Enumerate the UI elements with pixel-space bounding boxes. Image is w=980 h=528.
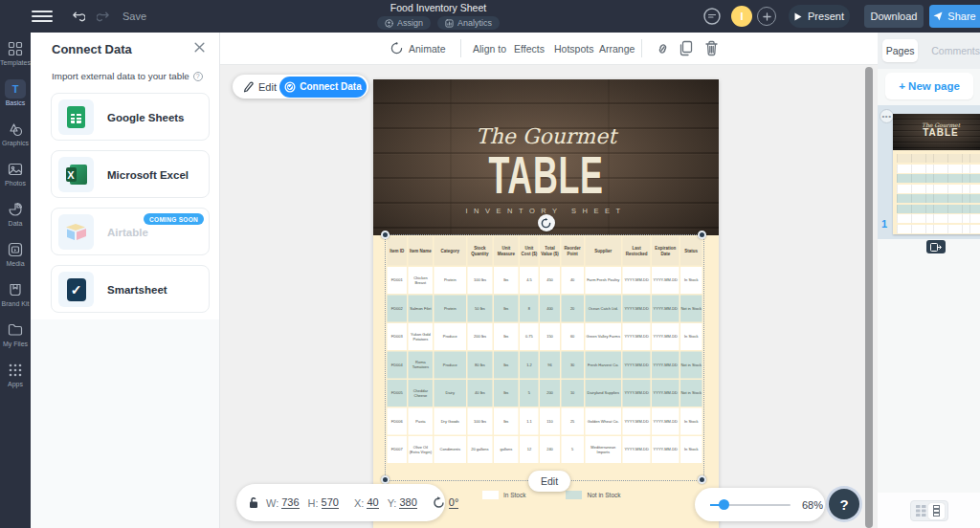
page-thumbnail[interactable]: The Gourmet TABLE xyxy=(893,114,980,234)
table-row: FD005Cheddar CheeseDairy40 lbslbs520010D… xyxy=(388,380,702,407)
tab-pages[interactable]: Pages xyxy=(882,39,918,62)
close-icon[interactable] xyxy=(193,41,206,54)
brand-kit-icon xyxy=(8,281,23,297)
apps-icon xyxy=(8,362,23,378)
design-header-image: The Gourmet TABLE INVENTORY SHEET xyxy=(373,79,719,235)
table-row: FD001Chicken BreastProtein100 lbslbs4.54… xyxy=(388,267,702,294)
connector-label: Smartsheet xyxy=(107,266,167,314)
media-icon xyxy=(8,241,23,257)
help-button[interactable]: ? xyxy=(829,489,859,519)
sidebar-item-graphics[interactable]: Graphics xyxy=(0,113,31,153)
sidebar-item-photos[interactable]: Photos xyxy=(0,153,31,193)
height-value[interactable]: 570 xyxy=(322,496,339,509)
view-toggle[interactable] xyxy=(910,500,948,521)
share-button[interactable]: Share xyxy=(929,5,980,28)
new-page-button[interactable]: + New page xyxy=(885,73,973,99)
sidebar-item-my-files[interactable]: My Files xyxy=(0,314,31,354)
redo-icon[interactable] xyxy=(97,11,110,23)
connector-card-google-sheets[interactable]: Google Sheets xyxy=(51,93,210,141)
connector-label: Google Sheets xyxy=(107,94,185,142)
document-title[interactable]: Food Inventory Sheet xyxy=(377,2,500,13)
sidebar-item-basics[interactable]: TBasics xyxy=(0,73,31,113)
comments-bubble-icon[interactable] xyxy=(702,7,722,26)
smartsheet-icon: ✓ xyxy=(67,278,86,301)
table-edit-button[interactable]: Edit xyxy=(528,471,570,492)
selection-handle-bl[interactable] xyxy=(381,475,390,484)
connector-card-microsoft-excel[interactable]: XMicrosoft Excel xyxy=(51,150,210,198)
download-button[interactable]: Download xyxy=(864,5,924,28)
connector-label: Airtable xyxy=(107,209,148,256)
list-view-icon[interactable] xyxy=(928,503,945,519)
rotation-value[interactable]: 0° xyxy=(449,496,459,509)
width-value[interactable]: 736 xyxy=(281,496,299,509)
avatar[interactable]: I xyxy=(731,6,752,27)
selection-handle-tl[interactable] xyxy=(381,231,390,239)
info-icon[interactable]: ? xyxy=(193,72,203,81)
sidebar-item-data[interactable]: Data xyxy=(0,193,31,233)
table-col-header: Stock Quantity xyxy=(467,237,492,266)
insert-page-button[interactable] xyxy=(926,240,946,253)
table-row: FD004Roma TomatoesProduce80 lbslbs1.2963… xyxy=(388,352,702,379)
selection-handle-br[interactable] xyxy=(698,475,706,484)
rotate-handle[interactable] xyxy=(538,214,555,231)
x-value[interactable]: 40 xyxy=(367,496,378,509)
align-to-button[interactable]: Align to xyxy=(473,33,506,64)
edit-tab[interactable]: Edit xyxy=(243,81,277,93)
table-row: FD002Salmon FiletProtein50 lbslbs840020O… xyxy=(388,296,702,322)
page-thumbnail-zone: ••• The Gourmet TABLE 1 xyxy=(878,105,980,239)
save-button[interactable]: Save xyxy=(122,11,146,22)
table-row: FD006PastaDry Goods100 lbslbs1.111025Gol… xyxy=(388,408,702,435)
panel-subtitle: Import external data to your table xyxy=(52,71,189,81)
link-icon[interactable] xyxy=(655,41,671,56)
y-value[interactable]: 380 xyxy=(399,496,416,509)
page-number: 1 xyxy=(881,218,887,230)
vertical-scrollbar[interactable] xyxy=(865,67,873,528)
left-sidebar: TemplatesTBasicsGraphicsPhotosDataMediaB… xyxy=(0,33,31,528)
legend-swatch-not-in-stock xyxy=(566,491,582,499)
zoom-slider[interactable] xyxy=(710,504,791,506)
zoom-value: 68% xyxy=(802,499,823,511)
sidebar-item-brand-kit[interactable]: Brand Kit xyxy=(0,274,31,314)
connect-data-panel: Connect Data Import external data to you… xyxy=(31,33,220,528)
share-plane-icon xyxy=(933,11,943,21)
assign-button[interactable]: Assign xyxy=(377,16,431,30)
sidebar-item-templates[interactable]: Templates xyxy=(0,33,31,73)
grid-view-icon[interactable] xyxy=(913,503,928,518)
animate-button[interactable]: Animate xyxy=(390,33,446,64)
assign-person-icon xyxy=(385,19,393,28)
lock-icon[interactable] xyxy=(248,496,259,509)
canvas-toolbar: Animate Align to Effects Hotspots Arrang… xyxy=(220,33,878,65)
page-options-icon[interactable]: ••• xyxy=(880,109,894,123)
effects-button[interactable]: Effects xyxy=(514,33,545,64)
edit-mode-switch: Edit Connect Data xyxy=(233,75,368,99)
google-sheets-icon xyxy=(67,106,85,128)
sidebar-item-apps[interactable]: Apps xyxy=(0,354,31,394)
my-files-icon xyxy=(8,321,23,338)
table-col-header: Reorder Point xyxy=(561,237,584,266)
rotate-icon[interactable] xyxy=(433,496,445,509)
table-col-header: Item ID xyxy=(388,237,408,266)
design-page[interactable]: The Gourmet TABLE INVENTORY SHEET Item I… xyxy=(373,79,719,528)
connector-card-smartsheet[interactable]: ✓Smartsheet xyxy=(51,265,210,313)
inventory-table[interactable]: Item IDItem NameCategoryStock QuantityUn… xyxy=(386,235,703,480)
analytics-button[interactable]: Analytics xyxy=(437,16,500,30)
hotspots-button[interactable]: Hotspots xyxy=(554,33,593,64)
selection-handle-tr[interactable] xyxy=(698,231,706,239)
graphics-icon xyxy=(8,121,23,137)
present-button[interactable]: Present xyxy=(789,5,850,28)
zoom-slider-knob[interactable] xyxy=(719,499,729,510)
connect-data-tab[interactable]: Connect Data xyxy=(279,77,367,98)
tab-comments[interactable]: Comments xyxy=(931,45,980,56)
sidebar-item-media[interactable]: Media xyxy=(0,233,31,274)
panel-title: Connect Data xyxy=(52,42,132,56)
trash-icon[interactable] xyxy=(704,40,719,56)
undo-icon[interactable] xyxy=(72,11,85,23)
add-collaborator-button[interactable] xyxy=(757,7,776,26)
microsoft-excel-icon: X xyxy=(66,165,87,185)
duplicate-icon[interactable] xyxy=(679,40,694,56)
thumbnail-header: The Gourmet TABLE xyxy=(893,114,980,150)
hamburger-menu-icon[interactable] xyxy=(32,8,53,25)
arrange-button[interactable]: Arrange xyxy=(599,33,635,64)
legend-swatch-in-stock xyxy=(482,491,499,499)
pen-icon xyxy=(243,81,254,93)
